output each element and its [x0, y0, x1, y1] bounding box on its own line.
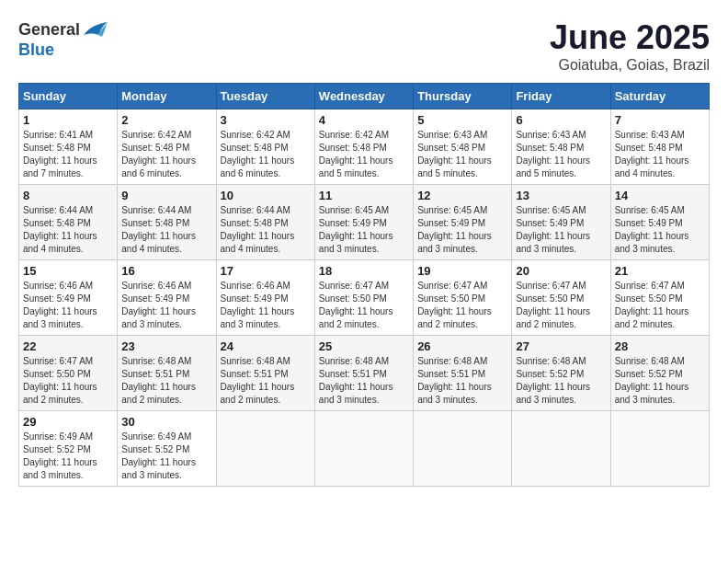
day-number: 25: [319, 339, 409, 353]
day-number: 19: [417, 264, 507, 278]
day-number: 15: [23, 264, 113, 278]
calendar-cell: [314, 411, 413, 487]
logo: General Blue: [18, 18, 109, 60]
calendar-cell: 15Sunrise: 6:46 AMSunset: 5:49 PMDayligh…: [19, 260, 118, 336]
day-info: Sunrise: 6:43 AMSunset: 5:48 PMDaylight:…: [417, 129, 507, 180]
day-info: Sunrise: 6:48 AMSunset: 5:51 PMDaylight:…: [319, 355, 409, 407]
header: General Blue June 2025 Goiatuba, Goias, …: [18, 18, 710, 74]
calendar-cell: 18Sunrise: 6:47 AMSunset: 5:50 PMDayligh…: [314, 260, 413, 336]
day-number: 13: [516, 189, 606, 202]
calendar-cell: 13Sunrise: 6:45 AMSunset: 5:49 PMDayligh…: [512, 185, 610, 260]
day-number: 23: [121, 339, 211, 353]
day-number: 5: [417, 113, 507, 127]
calendar-cell: 21Sunrise: 6:47 AMSunset: 5:50 PMDayligh…: [610, 260, 709, 336]
calendar-week-row: 29Sunrise: 6:49 AMSunset: 5:52 PMDayligh…: [19, 411, 710, 487]
calendar-cell: 26Sunrise: 6:48 AMSunset: 5:51 PMDayligh…: [414, 336, 512, 411]
day-number: 22: [23, 339, 113, 353]
day-info: Sunrise: 6:48 AMSunset: 5:51 PMDaylight:…: [121, 355, 211, 407]
calendar-cell: 20Sunrise: 6:47 AMSunset: 5:50 PMDayligh…: [512, 260, 610, 336]
day-info: Sunrise: 6:49 AMSunset: 5:52 PMDaylight:…: [121, 431, 211, 482]
day-number: 16: [121, 264, 211, 278]
day-number: 26: [417, 339, 507, 353]
day-info: Sunrise: 6:44 AMSunset: 5:48 PMDaylight:…: [121, 204, 211, 256]
calendar-cell: [610, 411, 709, 487]
logo-blue-text: Blue: [18, 40, 54, 60]
calendar-cell: 5Sunrise: 6:43 AMSunset: 5:48 PMDaylight…: [414, 109, 512, 185]
day-number: 29: [23, 415, 113, 429]
calendar-cell: 7Sunrise: 6:43 AMSunset: 5:48 PMDaylight…: [610, 109, 709, 185]
calendar-cell: 2Sunrise: 6:42 AMSunset: 5:48 PMDaylight…: [118, 109, 216, 185]
calendar-week-row: 22Sunrise: 6:47 AMSunset: 5:50 PMDayligh…: [19, 336, 710, 411]
day-number: 14: [615, 189, 705, 202]
day-number: 28: [615, 339, 705, 353]
calendar-cell: 3Sunrise: 6:42 AMSunset: 5:48 PMDaylight…: [216, 109, 314, 185]
calendar-cell: 1Sunrise: 6:41 AMSunset: 5:48 PMDaylight…: [19, 109, 118, 185]
calendar-body: 1Sunrise: 6:41 AMSunset: 5:48 PMDaylight…: [19, 109, 710, 487]
day-info: Sunrise: 6:42 AMSunset: 5:48 PMDaylight:…: [221, 129, 311, 180]
day-info: Sunrise: 6:46 AMSunset: 5:49 PMDaylight:…: [23, 280, 113, 331]
day-number: 6: [516, 113, 606, 127]
calendar-cell: [414, 411, 512, 487]
calendar-cell: 24Sunrise: 6:48 AMSunset: 5:51 PMDayligh…: [216, 336, 314, 411]
calendar-week-row: 1Sunrise: 6:41 AMSunset: 5:48 PMDaylight…: [19, 109, 710, 185]
calendar-header-monday: Monday: [118, 84, 216, 109]
calendar-cell: 23Sunrise: 6:48 AMSunset: 5:51 PMDayligh…: [118, 336, 216, 411]
logo-general-text: General: [18, 20, 80, 40]
day-info: Sunrise: 6:47 AMSunset: 5:50 PMDaylight:…: [23, 355, 113, 407]
calendar-cell: 9Sunrise: 6:44 AMSunset: 5:48 PMDaylight…: [118, 185, 216, 260]
calendar-header-friday: Friday: [512, 84, 610, 109]
logo-bird-icon: [82, 18, 109, 40]
day-number: 11: [319, 189, 409, 202]
day-info: Sunrise: 6:47 AMSunset: 5:50 PMDaylight:…: [615, 280, 705, 331]
title-area: June 2025 Goiatuba, Goias, Brazil: [550, 18, 710, 74]
day-info: Sunrise: 6:45 AMSunset: 5:49 PMDaylight:…: [615, 204, 705, 256]
calendar-week-row: 15Sunrise: 6:46 AMSunset: 5:49 PMDayligh…: [19, 260, 710, 336]
calendar-cell: [512, 411, 610, 487]
calendar-cell: 22Sunrise: 6:47 AMSunset: 5:50 PMDayligh…: [19, 336, 118, 411]
calendar-cell: 16Sunrise: 6:46 AMSunset: 5:49 PMDayligh…: [118, 260, 216, 336]
calendar-header-tuesday: Tuesday: [216, 84, 314, 109]
day-info: Sunrise: 6:43 AMSunset: 5:48 PMDaylight:…: [516, 129, 606, 180]
day-number: 18: [319, 264, 409, 278]
day-info: Sunrise: 6:46 AMSunset: 5:49 PMDaylight:…: [121, 280, 211, 331]
day-info: Sunrise: 6:46 AMSunset: 5:49 PMDaylight:…: [221, 280, 311, 331]
day-number: 27: [516, 339, 606, 353]
day-info: Sunrise: 6:47 AMSunset: 5:50 PMDaylight:…: [319, 280, 409, 331]
day-info: Sunrise: 6:48 AMSunset: 5:51 PMDaylight:…: [221, 355, 311, 407]
calendar-header-saturday: Saturday: [610, 84, 709, 109]
calendar-cell: 28Sunrise: 6:48 AMSunset: 5:52 PMDayligh…: [610, 336, 709, 411]
calendar-cell: 27Sunrise: 6:48 AMSunset: 5:52 PMDayligh…: [512, 336, 610, 411]
calendar-cell: 10Sunrise: 6:44 AMSunset: 5:48 PMDayligh…: [216, 185, 314, 260]
day-number: 12: [417, 189, 507, 202]
day-info: Sunrise: 6:45 AMSunset: 5:49 PMDaylight:…: [417, 204, 507, 256]
day-number: 24: [221, 339, 311, 353]
day-info: Sunrise: 6:41 AMSunset: 5:48 PMDaylight:…: [23, 129, 113, 180]
calendar-header-sunday: Sunday: [19, 84, 118, 109]
day-number: 2: [121, 113, 211, 127]
calendar-header-row: SundayMondayTuesdayWednesdayThursdayFrid…: [19, 84, 710, 109]
day-info: Sunrise: 6:47 AMSunset: 5:50 PMDaylight:…: [417, 280, 507, 331]
calendar-cell: 8Sunrise: 6:44 AMSunset: 5:48 PMDaylight…: [19, 185, 118, 260]
day-info: Sunrise: 6:44 AMSunset: 5:48 PMDaylight:…: [23, 204, 113, 256]
day-info: Sunrise: 6:47 AMSunset: 5:50 PMDaylight:…: [516, 280, 606, 331]
calendar-week-row: 8Sunrise: 6:44 AMSunset: 5:48 PMDaylight…: [19, 185, 710, 260]
day-number: 20: [516, 264, 606, 278]
day-number: 8: [23, 189, 113, 202]
day-number: 10: [221, 189, 311, 202]
day-number: 4: [319, 113, 409, 127]
calendar-table: SundayMondayTuesdayWednesdayThursdayFrid…: [18, 83, 710, 487]
calendar-cell: 19Sunrise: 6:47 AMSunset: 5:50 PMDayligh…: [414, 260, 512, 336]
day-number: 21: [615, 264, 705, 278]
calendar-cell: 4Sunrise: 6:42 AMSunset: 5:48 PMDaylight…: [314, 109, 413, 185]
day-number: 17: [221, 264, 311, 278]
calendar-header-thursday: Thursday: [414, 84, 512, 109]
day-info: Sunrise: 6:48 AMSunset: 5:51 PMDaylight:…: [417, 355, 507, 407]
day-info: Sunrise: 6:48 AMSunset: 5:52 PMDaylight:…: [516, 355, 606, 407]
day-info: Sunrise: 6:42 AMSunset: 5:48 PMDaylight:…: [121, 129, 211, 180]
calendar-cell: 30Sunrise: 6:49 AMSunset: 5:52 PMDayligh…: [118, 411, 216, 487]
day-info: Sunrise: 6:44 AMSunset: 5:48 PMDaylight:…: [221, 204, 311, 256]
day-number: 9: [121, 189, 211, 202]
day-number: 7: [615, 113, 705, 127]
calendar-cell: 11Sunrise: 6:45 AMSunset: 5:49 PMDayligh…: [314, 185, 413, 260]
day-number: 3: [221, 113, 311, 127]
